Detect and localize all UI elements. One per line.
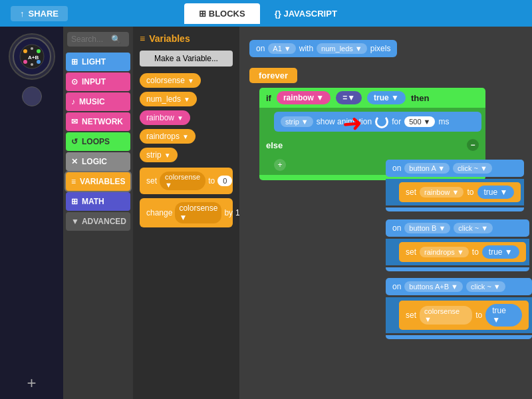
on-buttons-ab-header[interactable]: on buttons A+B ▼ click ~ ▼	[386, 278, 532, 295]
change-label: change	[146, 208, 172, 217]
variables-title-text: Variables	[149, 33, 190, 44]
buttons-ab-pill[interactable]: buttons A+B ▼	[404, 281, 463, 292]
raindrops-b-pill[interactable]: raindrops ▼	[420, 247, 469, 257]
var-block-rainbow[interactable]: rainbow ▼	[140, 110, 190, 125]
share-button[interactable]: ↑ SHARE	[11, 6, 68, 21]
strip-animation-block[interactable]: strip ▼ show animation for 500 ▼ ms	[274, 112, 481, 132]
canvas: on A1 ▼ with num_leds ▼ pixels forever i…	[239, 27, 532, 399]
strip-pill[interactable]: strip ▼	[281, 116, 313, 127]
on-b-label: on	[392, 223, 401, 233]
var-block-num-leds[interactable]: num_leds ▼	[140, 92, 197, 106]
sidebar-label-input: INPUT	[82, 77, 106, 86]
button-b-pill[interactable]: button B ▼	[404, 223, 450, 233]
sidebar-label-logic: LOGIC	[82, 157, 107, 166]
if-header: if rainbow ▼ =▼ true ▼ then	[259, 88, 485, 108]
on-button-a-body: set rainbow ▼ to true ▼	[386, 179, 524, 205]
sidebar-item-advanced[interactable]: ▼ ADVANCED	[66, 212, 130, 231]
tab-javascript[interactable]: {} JAVASCRIPT	[260, 3, 352, 24]
on-button-a-header[interactable]: on button A ▼ click ~ ▼	[386, 160, 524, 177]
device-icon-small	[22, 86, 42, 106]
set-var: colorsense ▼	[160, 172, 205, 190]
svg-point-7	[31, 63, 33, 66]
sidebar-label-loops: LOOPS	[82, 137, 110, 146]
show-animation-label: show animation	[317, 117, 372, 126]
else-label: else	[266, 140, 283, 150]
svg-point-4	[23, 60, 27, 64]
var-block-strip[interactable]: strip ▼	[140, 148, 178, 162]
tab-blocks[interactable]: ⊞ BLOCKS	[184, 3, 260, 24]
on-buttons-ab-block: on buttons A+B ▼ click ~ ▼ set colorsens…	[386, 278, 532, 339]
num-leds-arrow: ▼	[184, 96, 190, 103]
rainbow-a-pill[interactable]: rainbow ▼	[420, 187, 464, 198]
on-button-a-block: on button A ▼ click ~ ▼ set rainbow ▼ to…	[386, 160, 524, 211]
sidebar-item-music[interactable]: ♪ MUSIC	[66, 92, 130, 111]
true-pill[interactable]: true ▼	[367, 91, 406, 104]
else-minus-icon[interactable]: −	[467, 139, 479, 151]
on-button-b-header[interactable]: on button B ▼ click ~ ▼	[386, 219, 529, 237]
on-a-footer	[386, 207, 524, 211]
set-colorsense-block[interactable]: set colorsense ▼ to true ▼	[399, 301, 529, 330]
colorsense-ab-pill[interactable]: colorsense ▼	[420, 306, 472, 325]
for-label: for	[392, 117, 401, 126]
num-leds-pill[interactable]: num_leds ▼	[317, 43, 367, 54]
to-a-label: to	[467, 188, 473, 197]
sidebar-item-light[interactable]: ⊞ LIGHT	[66, 53, 130, 71]
ms-value-pill[interactable]: 500 ▼	[404, 116, 435, 127]
on-ab-label: on	[392, 282, 401, 291]
pin-pill[interactable]: A1 ▼	[268, 43, 295, 54]
add-device-button[interactable]: +	[27, 374, 36, 392]
on-label: on	[256, 44, 265, 53]
then-label: then	[411, 93, 429, 103]
sidebar-item-math[interactable]: ⊞ MATH	[66, 192, 130, 211]
search-input[interactable]	[71, 35, 111, 44]
on-b-footer	[386, 267, 529, 271]
sidebar-label-variables: VARIABLES	[80, 177, 125, 186]
var-block-colorsense[interactable]: colorsense ▼	[140, 73, 201, 88]
on-button-b-body: set raindrops ▼ to true ▼	[386, 239, 529, 265]
true-a-pill[interactable]: true ▼	[477, 186, 515, 199]
add-branch-icon[interactable]: +	[274, 159, 286, 171]
sidebar-label-advanced: ADVANCED	[82, 217, 126, 226]
rainbow-arrow: ▼	[177, 114, 184, 122]
search-box[interactable]: 🔍	[67, 32, 129, 47]
make-variable-button[interactable]: Make a Variable...	[140, 51, 233, 66]
share-label: SHARE	[29, 9, 59, 19]
if-body: strip ▼ show animation for 500 ▼ ms	[259, 108, 485, 136]
network-icon: ✉	[71, 117, 78, 126]
forever-block: forever	[249, 68, 297, 83]
var-block-raindrops[interactable]: raindrops ▼	[140, 129, 196, 144]
set-rainbow-block[interactable]: set rainbow ▼ to true ▼	[399, 182, 521, 202]
true-b-pill[interactable]: true ▼	[482, 245, 519, 259]
device-panel: A+B +	[0, 27, 63, 399]
sidebar-label-math: MATH	[82, 197, 104, 206]
sidebar-item-loops[interactable]: ↺ LOOPS	[66, 132, 130, 151]
set-block[interactable]: set colorsense ▼ to 0	[140, 168, 233, 194]
tabs: ⊞ BLOCKS {} JAVASCRIPT	[184, 3, 352, 24]
sidebar-item-logic[interactable]: ✕ LOGIC	[66, 152, 130, 171]
set-label: set	[146, 176, 157, 186]
on-pin-block[interactable]: on A1 ▼ with num_leds ▼ pixels	[249, 40, 397, 57]
eq-pill: =▼	[336, 91, 362, 104]
sidebar-item-variables[interactable]: ≡ VARIABLES	[66, 172, 130, 191]
to-ab-label: to	[475, 311, 482, 320]
sidebar-item-network[interactable]: ✉ NETWORK	[66, 112, 130, 131]
sidebar-item-input[interactable]: ⊙ INPUT	[66, 72, 130, 91]
click-a-pill[interactable]: click ~ ▼	[453, 163, 492, 174]
click-b-pill[interactable]: click ~ ▼	[454, 223, 493, 233]
svg-point-3	[37, 49, 41, 53]
change-block[interactable]: change colorsense ▼ by 1	[140, 198, 233, 227]
true-ab-pill[interactable]: true ▼	[485, 304, 522, 327]
svg-point-2	[23, 49, 27, 53]
share-icon: ↑	[20, 9, 25, 19]
button-a-pill[interactable]: button A ▼	[404, 163, 450, 174]
colorsense-arrow: ▼	[188, 77, 194, 84]
strip-arrow: ▼	[164, 152, 171, 159]
sidebar-label-light: LIGHT	[82, 57, 106, 66]
click-ab-pill[interactable]: click ~ ▼	[466, 281, 505, 292]
else-header: else −	[259, 136, 485, 154]
on-button-b-block: on button B ▼ click ~ ▼ set raindrops ▼ …	[386, 219, 529, 271]
change-var: colorsense ▼	[175, 202, 221, 223]
main-area: A+B + 🔍 ⊞ LIGHT ⊙ INPUT ♪ MUSIC ✉ NETWOR…	[0, 27, 532, 399]
rainbow-condition-pill[interactable]: rainbow ▼	[277, 91, 331, 104]
set-raindrops-block[interactable]: set raindrops ▼ to true ▼	[399, 242, 526, 262]
